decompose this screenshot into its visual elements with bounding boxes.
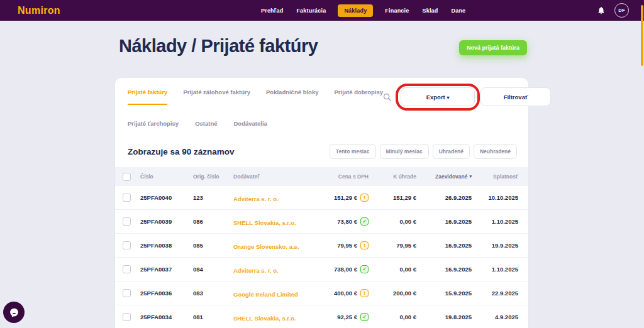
payment-status-icon xyxy=(360,289,369,297)
invoice-number: 25PFA0040 xyxy=(140,194,193,201)
amount-due: 151,29 € xyxy=(369,194,416,201)
price-with-vat: 73,80 € xyxy=(337,218,357,225)
column-header-k-uhrade[interactable]: K úhrade xyxy=(369,173,416,180)
tab-prijate-tarchopisy[interactable]: Prijaté ťarchopisy xyxy=(128,120,179,127)
payment-status-icon xyxy=(360,217,369,226)
maturity-date: 10.10.2025 xyxy=(472,194,518,201)
supplier-link[interactable]: SHELL Slovakia, s.r.o. xyxy=(233,219,296,226)
orig-number: 086 xyxy=(193,218,233,225)
table-header-row: Číslo Orig. číslo Dodávateľ Cena s DPH K… xyxy=(115,167,528,186)
tab-pokladnicne-bloky[interactable]: Pokladničné bloky xyxy=(266,89,318,104)
user-avatar[interactable]: DF xyxy=(614,3,629,18)
registered-date: 16.9.2025 xyxy=(416,218,472,225)
table-row[interactable]: 25PFA0038 085 Orange Slovensko, a.s. 79,… xyxy=(115,234,528,258)
payment-status-icon xyxy=(360,194,369,202)
table-row[interactable]: 25PFA0036 083 Google Ireland Limited 400… xyxy=(115,282,528,305)
maturity-date: 4.9.2025 xyxy=(472,314,518,320)
table-row[interactable]: 25PFA0040 123 Adviterra s. r. o. 151,29 … xyxy=(115,186,528,210)
quick-filters: Tento mesiac Minulý mesiac Uhradené Neuh… xyxy=(330,144,517,159)
column-header-zaevidovane-label: Zaevidované xyxy=(435,173,468,180)
supplier-link[interactable]: Google Ireland Limited xyxy=(233,291,298,298)
filter-minuly-mesiac[interactable]: Minulý mesiac xyxy=(380,144,429,159)
maturity-date: 1.10.2025 xyxy=(472,266,518,273)
column-header-dodavatel[interactable]: Dodávateľ xyxy=(233,173,307,180)
table-row[interactable]: 25PFA0037 084 Adviterra s. r. o. 738,00 … xyxy=(115,258,528,282)
column-header-cislo[interactable]: Číslo xyxy=(140,173,193,180)
nav-item-financie[interactable]: Financie xyxy=(384,5,410,16)
filter-tento-mesiac[interactable]: Tento mesiac xyxy=(330,144,376,159)
nav-item-dane[interactable]: Dane xyxy=(450,5,467,16)
select-all-checkbox[interactable] xyxy=(123,173,131,181)
price-with-vat: 738,00 € xyxy=(334,266,357,273)
invoice-number: 25PFA0038 xyxy=(140,242,193,249)
registered-date: 19.8.2025 xyxy=(416,314,472,320)
row-checkbox[interactable] xyxy=(123,241,131,249)
export-button-label: Export xyxy=(426,94,445,101)
maturity-date: 1.10.2025 xyxy=(472,218,518,225)
filter-button[interactable]: Filtrovať xyxy=(480,87,551,106)
export-button[interactable]: Export ▾ xyxy=(401,87,475,106)
new-received-invoice-button[interactable]: Nová prijatá faktúra xyxy=(459,40,527,55)
orig-number: 123 xyxy=(193,194,233,201)
nav-item-fakturacia[interactable]: Fakturácia xyxy=(295,5,327,16)
orig-number: 081 xyxy=(193,314,233,320)
main-nav: Prehľad Fakturácia Náklady Financie Skla… xyxy=(260,4,467,17)
tab-dodavatelia[interactable]: Dodávatelia xyxy=(234,120,267,127)
app-logo[interactable]: Numiron xyxy=(18,5,60,16)
amount-due: 200,00 € xyxy=(369,290,416,297)
top-navigation-bar: Numiron Prehľad Fakturácia Náklady Finan… xyxy=(0,0,644,21)
row-checkbox[interactable] xyxy=(123,313,131,321)
tab-ostatne[interactable]: Ostatné xyxy=(195,120,217,127)
orig-number: 084 xyxy=(193,266,233,273)
search-icon[interactable] xyxy=(383,93,391,101)
amount-due: 0,00 € xyxy=(369,314,416,320)
table-row[interactable]: 25PFA0039 086 SHELL Slovakia, s.r.o. 73,… xyxy=(115,210,528,234)
nav-item-sklad[interactable]: Sklad xyxy=(421,5,439,16)
maturity-date: 22.9.2025 xyxy=(472,290,518,297)
nav-item-naklady[interactable]: Náklady xyxy=(338,4,373,17)
payment-status-icon xyxy=(360,265,369,273)
row-checkbox[interactable] xyxy=(123,217,131,226)
table-row[interactable]: 25PFA0034 081 SHELL Slovakia, s.r.o. 92,… xyxy=(115,305,528,328)
nav-item-prehlad[interactable]: Prehľad xyxy=(260,5,284,16)
amount-due: 0,00 € xyxy=(369,266,416,273)
column-header-zaevidovane[interactable]: Zaevidované ▾ xyxy=(416,173,472,180)
tab-prijate-dobropisy[interactable]: Prijaté dobropisy xyxy=(334,89,383,104)
supplier-link[interactable]: Adviterra s. r. o. xyxy=(233,195,279,202)
supplier-link[interactable]: Adviterra s. r. o. xyxy=(233,267,279,274)
row-checkbox[interactable] xyxy=(123,289,131,297)
registered-date: 16.9.2025 xyxy=(416,266,472,273)
page-title: Náklady / Prijaté faktúry xyxy=(119,36,318,57)
toolbar-controls: Export ▾ Filtrovať xyxy=(383,87,551,106)
scrollbar-thumb[interactable] xyxy=(641,5,643,66)
invoice-number: 25PFA0039 xyxy=(140,218,193,225)
tab-prijate-zalohove-faktury[interactable]: Prijaté zálohové faktúry xyxy=(183,89,250,104)
invoice-number: 25PFA0034 xyxy=(140,314,193,320)
chat-widget-button[interactable] xyxy=(3,302,25,323)
filter-uhradene[interactable]: Uhradené xyxy=(433,144,470,159)
row-checkbox[interactable] xyxy=(123,265,131,273)
chevron-down-icon: ▾ xyxy=(447,95,449,101)
orig-number: 085 xyxy=(193,242,233,249)
invoice-number: 25PFA0036 xyxy=(140,290,193,297)
supplier-link[interactable]: Orange Slovensko, a.s. xyxy=(233,243,299,250)
column-header-splatnost[interactable]: Splatnosť xyxy=(472,173,518,180)
amount-due: 79,95 € xyxy=(369,242,416,249)
tab-prijate-faktury[interactable]: Prijaté faktúry xyxy=(128,89,167,105)
payment-status-icon xyxy=(360,241,369,249)
column-header-orig-cislo[interactable]: Orig. číslo xyxy=(193,173,233,180)
price-with-vat: 79,95 € xyxy=(337,242,357,249)
list-summary-row: Zobrazuje sa 90 záznamov Tento mesiac Mi… xyxy=(115,144,528,159)
orig-number: 083 xyxy=(193,290,233,297)
filter-neuhradene[interactable]: Neuhradené xyxy=(474,144,517,159)
registered-date: 16.9.2025 xyxy=(416,242,472,249)
price-with-vat: 151,29 € xyxy=(334,194,357,201)
row-checkbox[interactable] xyxy=(123,194,131,202)
maturity-date: 19.9.2025 xyxy=(472,242,518,249)
chat-bubble-icon xyxy=(9,307,19,318)
notification-bell-icon[interactable] xyxy=(597,6,606,15)
column-header-cena-s-dph[interactable]: Cena s DPH xyxy=(307,173,369,180)
supplier-link[interactable]: SHELL Slovakia, s.r.o. xyxy=(233,315,296,322)
invoice-number: 25PFA0037 xyxy=(140,266,193,273)
tabs-row-2: Prijaté ťarchopisy Ostatné Dodávatelia xyxy=(115,106,528,127)
